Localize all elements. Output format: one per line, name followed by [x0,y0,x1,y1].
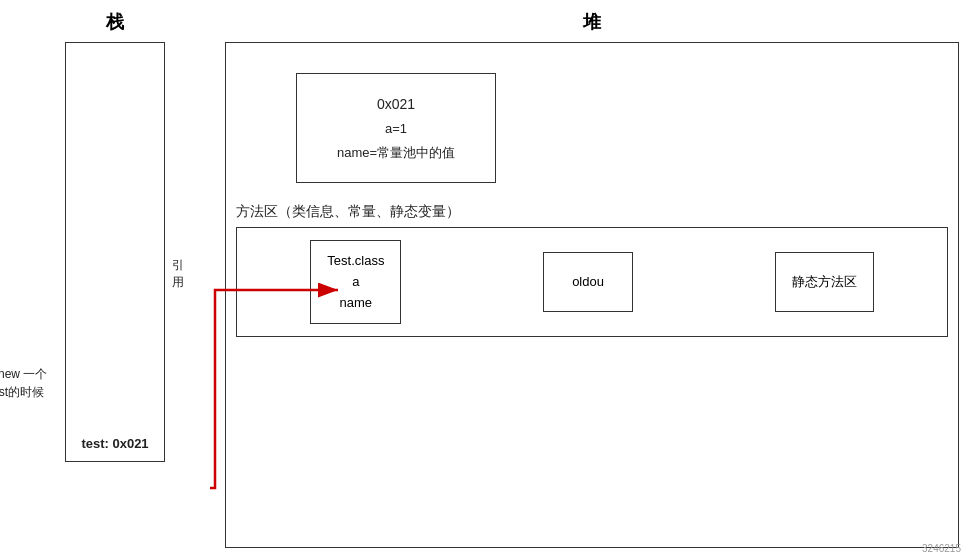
stack-box: 当new 一个 Test的时候 引用 test: 0x021 [65,42,165,462]
object-field1: a=1 [385,121,407,136]
stack-title: 栈 [106,10,124,34]
object-field2: name=常量池中的值 [337,145,455,160]
left-label-line1: 当new 一个 [0,367,47,381]
heap-section: 堆 0x021 a=1 name=常量池中的值 方法区（类信息、常量、静态变量）… [225,10,959,548]
object-box: 0x021 a=1 name=常量池中的值 [296,73,496,183]
left-label-line2: Test的时候 [0,385,44,399]
method-box-0: Test.classaname [310,240,401,324]
method-box-2: 静态方法区 [775,252,874,312]
watermark: 3246215 [922,543,961,554]
stack-entry: test: 0x021 [81,436,148,451]
object-address: 0x021 [377,92,415,117]
method-box-1: oldou [543,252,633,312]
heap-outer-box: 0x021 a=1 name=常量池中的值 方法区（类信息、常量、静态变量） T… [225,42,959,548]
main-container: 栈 当new 一个 Test的时候 引用 test: 0x021 堆 0x021… [0,0,969,558]
method-area: 方法区（类信息、常量、静态变量） Test.classaname oldou 静… [236,203,948,337]
method-area-boxes: Test.classaname oldou 静态方法区 [236,227,948,337]
heap-title: 堆 [225,10,959,34]
yinyong-label: 引用 [172,257,184,291]
method-area-title: 方法区（类信息、常量、静态变量） [236,203,948,221]
stack-section: 栈 当new 一个 Test的时候 引用 test: 0x021 [10,10,220,548]
stack-left-label: 当new 一个 Test的时候 [0,365,47,401]
object-fields: a=1 name=常量池中的值 [337,117,455,164]
